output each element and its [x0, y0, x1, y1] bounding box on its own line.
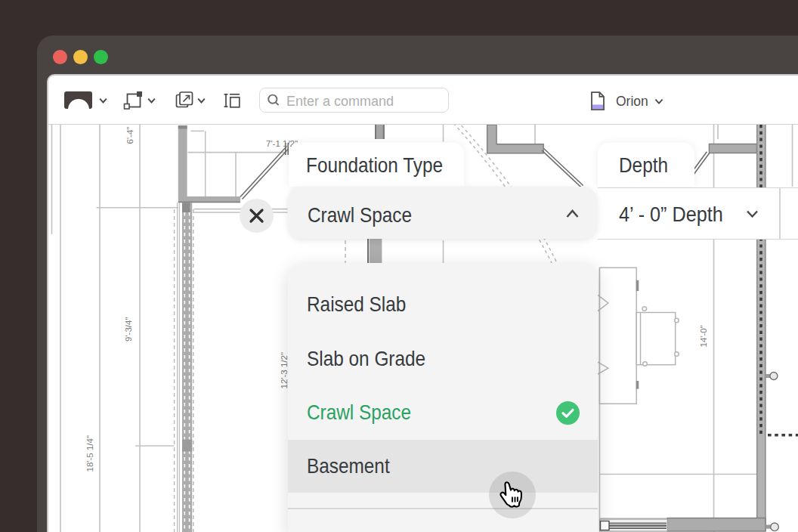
svg-text:14'-0": 14'-0": [699, 325, 708, 347]
svg-text:9'-3/4": 9'-3/4": [124, 317, 133, 342]
svg-text:6'-4": 6'-4": [125, 127, 135, 144]
svg-text:12'-3 1/2": 12'-3 1/2": [280, 352, 289, 388]
svg-text:18'-5 1/4": 18'-5 1/4": [85, 435, 94, 472]
